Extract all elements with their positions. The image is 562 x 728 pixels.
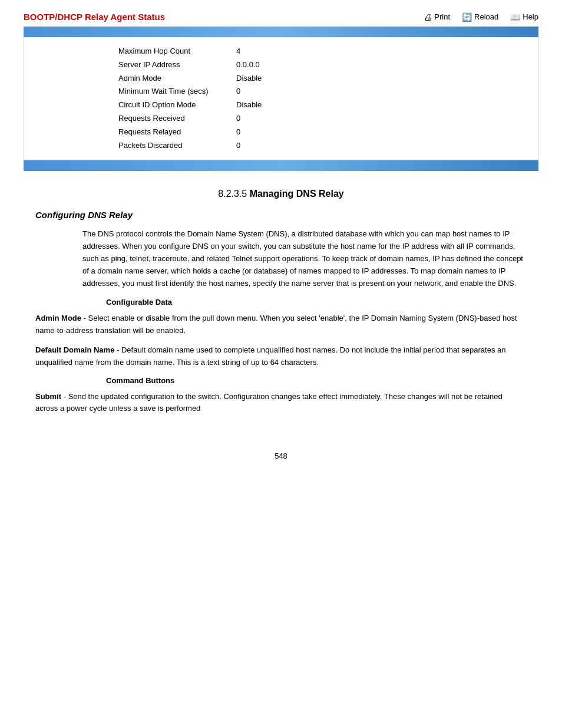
row-label: Admin Mode — [118, 73, 236, 85]
default-domain-name-label: Default Domain Name — [35, 345, 114, 354]
bottom-blue-bar — [24, 160, 538, 171]
print-icon: 🖨 — [424, 12, 432, 22]
row-label: Server IP Address — [118, 59, 236, 71]
print-button[interactable]: 🖨 Print — [424, 12, 450, 22]
page-title: BOOTP/DHCP Relay Agent Status — [24, 12, 165, 22]
help-button[interactable]: 📖 Help — [510, 12, 538, 22]
reload-button[interactable]: 🔄 Reload — [462, 12, 498, 22]
submit-text: - Send the updated configuration to the … — [35, 392, 503, 413]
submit-description: Submit - Send the updated configuration … — [35, 391, 527, 416]
table-row: Packets Discarded0 — [118, 140, 538, 152]
row-label: Requests Received — [118, 113, 236, 125]
section-title: Managing DNS Relay — [250, 189, 344, 199]
page-number: 548 — [0, 452, 562, 460]
configurable-data-heading: Configurable Data — [106, 298, 527, 307]
header-actions: 🖨 Print 🔄 Reload 📖 Help — [424, 12, 538, 22]
row-label: Packets Discarded — [118, 140, 236, 152]
table-row: Admin ModeDisable — [118, 73, 538, 85]
status-table: Maximum Hop Count4Server IP Address0.0.0… — [118, 45, 538, 151]
row-label: Maximum Hop Count — [118, 45, 236, 58]
row-value: Disable — [236, 99, 283, 111]
table-row: Server IP Address0.0.0.0 — [118, 59, 538, 71]
admin-mode-desc: - Select enable or disable from the pull… — [35, 314, 517, 335]
admin-mode-label: Admin Mode — [35, 314, 81, 322]
row-label: Circuit ID Option Mode — [118, 99, 236, 111]
row-value: Disable — [236, 73, 283, 85]
row-value: 4 — [236, 45, 283, 58]
row-value: 0 — [236, 85, 283, 98]
help-label: Help — [523, 12, 538, 21]
status-area: Maximum Hop Count4Server IP Address0.0.0… — [24, 37, 538, 160]
row-value: 0 — [236, 140, 283, 152]
print-label: Print — [434, 12, 450, 21]
command-buttons-heading: Command Buttons — [106, 376, 527, 385]
reload-label: Reload — [474, 12, 498, 21]
help-icon: 📖 — [510, 12, 520, 22]
row-value: 0 — [236, 113, 283, 125]
row-label: Requests Relayed — [118, 126, 236, 139]
reload-icon: 🔄 — [462, 12, 472, 22]
row-value: 0 — [236, 126, 283, 139]
submit-label: Submit — [35, 392, 61, 401]
content-section: 8.2.3.5 Managing DNS Relay Configuring D… — [0, 171, 562, 440]
table-row: Minimum Wait Time (secs)0 — [118, 85, 538, 98]
subsection-heading: Configuring DNS Relay — [35, 210, 527, 220]
table-row: Requests Relayed0 — [118, 126, 538, 139]
section-number: 8.2.3.5 — [218, 189, 247, 199]
body-text: The DNS protocol controls the Domain Nam… — [82, 228, 527, 289]
table-row: Requests Received0 — [118, 113, 538, 125]
row-label: Minimum Wait Time (secs) — [118, 85, 236, 98]
row-value: 0.0.0.0 — [236, 59, 283, 71]
field-admin-mode: Admin Mode - Select enable or disable fr… — [35, 312, 527, 337]
top-blue-bar — [24, 27, 538, 37]
field-default-domain-name: Default Domain Name - Default domain nam… — [35, 344, 527, 369]
table-row: Circuit ID Option ModeDisable — [118, 99, 538, 111]
table-row: Maximum Hop Count4 — [118, 45, 538, 58]
section-heading: 8.2.3.5 Managing DNS Relay — [35, 189, 527, 199]
